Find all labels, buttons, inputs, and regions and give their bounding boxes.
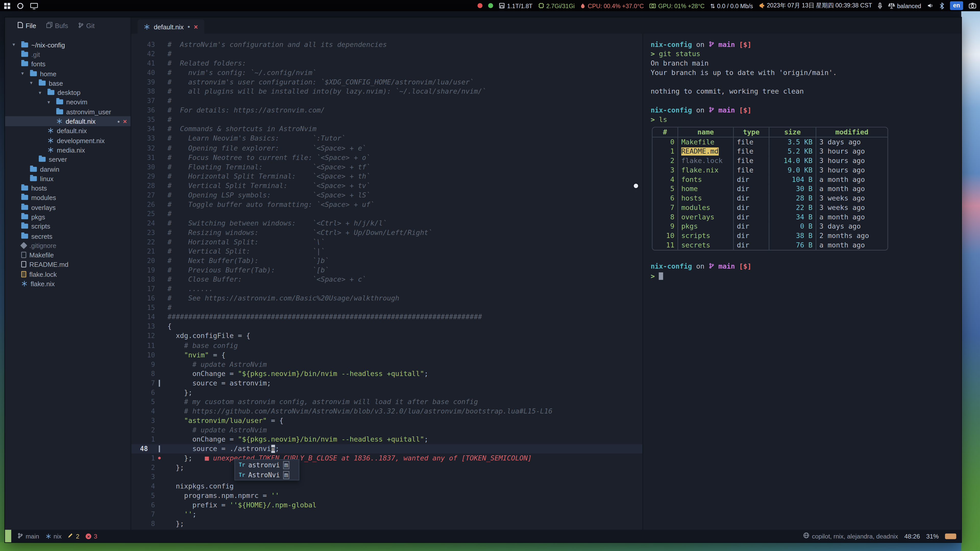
tree-item-base[interactable]: ▾base bbox=[5, 78, 130, 88]
code-line[interactable]: 37# bbox=[131, 97, 642, 106]
code-line[interactable]: 39# astronvim's user configuration: `$XD… bbox=[131, 78, 642, 87]
code-line[interactable]: 8 onChange = "${pkgs.neovim}/bin/nvim --… bbox=[131, 369, 642, 378]
code-line[interactable]: 2 # update AstroNvim bbox=[131, 426, 642, 435]
code-line[interactable]: 24# Switching between windows: `<Ctrl> +… bbox=[131, 219, 642, 228]
code-line[interactable]: 43# AstroNvim's configuration and all it… bbox=[131, 40, 642, 49]
code-line[interactable]: 38# all plugins will be installed into(b… bbox=[131, 87, 642, 97]
code-line[interactable]: 31# Focus Neotree to current file: `<Spa… bbox=[131, 153, 642, 162]
code-line[interactable]: 18# Close Buffer: `<Space> + c` bbox=[131, 275, 642, 284]
code-line[interactable]: 7 source = astronvim; bbox=[131, 378, 642, 388]
code-line[interactable]: 36# For details: https://astronvim.com/ bbox=[131, 106, 642, 115]
code-line[interactable]: 33# Learn Neovim's Basics: `:Tutor` bbox=[131, 134, 642, 143]
code-line[interactable]: 2 }; bbox=[131, 463, 642, 472]
tree-item-astronvim_user[interactable]: astronvim_user bbox=[5, 107, 130, 116]
code-line[interactable]: 42# bbox=[131, 49, 642, 59]
code-line[interactable]: 41# Related folders: bbox=[131, 59, 642, 68]
code-line[interactable]: 4 nixpkgs.config bbox=[131, 482, 642, 491]
code-line[interactable]: 20# Next Buffer(Tab): `]b` bbox=[131, 256, 642, 265]
volume-icon[interactable] bbox=[927, 3, 934, 9]
code-line[interactable]: 3 "astronvim/lua/user" = { bbox=[131, 416, 642, 426]
code-line[interactable]: 7 ''; bbox=[131, 510, 642, 519]
editor-pane[interactable]: 43# AstroNvim's configuration and all it… bbox=[131, 34, 642, 530]
code-line[interactable]: 3 bbox=[131, 472, 642, 482]
tree-item-development.nix[interactable]: development.nix bbox=[5, 135, 130, 145]
sidebar-tab-file[interactable]: File bbox=[18, 22, 36, 29]
tree-item-~nix-config[interactable]: ▾~/nix-config bbox=[5, 40, 130, 49]
code-line[interactable]: 30# Floating Terminal: `<Space> + tf` bbox=[131, 162, 642, 171]
launcher-icon[interactable] bbox=[4, 2, 11, 9]
tree-item-flake.nix[interactable]: flake.nix bbox=[5, 279, 130, 288]
tree-item-default.nix[interactable]: default.nix●× bbox=[5, 116, 130, 126]
close-icon[interactable]: × bbox=[194, 23, 198, 30]
tree-item-overlays[interactable]: overlays bbox=[5, 203, 130, 212]
code-line[interactable]: 14######################################… bbox=[131, 313, 642, 322]
code-line[interactable]: 9 # update AstroNvim bbox=[131, 360, 642, 369]
code-line[interactable]: 28# Vertical Split Terminal: `<Space> + … bbox=[131, 181, 642, 190]
code-line[interactable]: 40# nvim's config: `~/.config/nvim` bbox=[131, 68, 642, 78]
tree-item-hosts[interactable]: hosts bbox=[5, 183, 130, 193]
network-speed[interactable]: ⇅ 0.0 / 0.0 Mb/s bbox=[710, 2, 753, 9]
microphone-icon[interactable] bbox=[878, 2, 883, 9]
code-line[interactable]: 10 "nvim" = { bbox=[131, 350, 642, 360]
tree-item-flake.lock[interactable]: flake.lock bbox=[5, 269, 130, 279]
terminal-pane[interactable]: nix-config on main [$]> git statusOn bra… bbox=[643, 34, 961, 530]
tree-item-linux[interactable]: linux bbox=[5, 174, 130, 183]
code-line[interactable]: 6 }; bbox=[131, 388, 642, 397]
disk-usage[interactable]: 1.1T/1.8T bbox=[499, 2, 532, 9]
tree-item-scripts[interactable]: scripts bbox=[5, 222, 130, 231]
code-line[interactable]: 17# ...... bbox=[131, 284, 642, 294]
bluetooth-icon[interactable] bbox=[939, 2, 945, 9]
tree-item-default.nix[interactable]: default.nix bbox=[5, 126, 130, 135]
gpu-usage[interactable]: GPU: 01% +28°C bbox=[649, 2, 705, 9]
code-line[interactable]: 22# Horizontal Split: `\` bbox=[131, 238, 642, 247]
display-icon[interactable] bbox=[30, 2, 38, 9]
tree-item-darwin[interactable]: darwin bbox=[5, 164, 130, 174]
code-line[interactable]: 16# See https://astronvim.com/Basic%20Us… bbox=[131, 294, 642, 303]
sidebar-tab-bufs[interactable]: Bufs bbox=[46, 22, 68, 29]
git-branch[interactable]: main bbox=[18, 532, 39, 540]
code-line[interactable]: 4 # https://github.com/AstroNvim/AstroNv… bbox=[131, 407, 642, 416]
code-line[interactable]: 1● }; ■ unexpected TOKEN_CURLY_B_CLOSE a… bbox=[131, 454, 642, 463]
code-line[interactable]: 5 programs.npm.npmrc = '' bbox=[131, 491, 642, 501]
tree-item-.gitignore[interactable]: .gitignore bbox=[5, 241, 130, 250]
code-line[interactable]: 29# Horizontal Split Terminal: `<Space> … bbox=[131, 171, 642, 181]
tree-item-README.md[interactable]: README.md bbox=[5, 260, 130, 269]
tray-green-icon[interactable] bbox=[488, 3, 493, 8]
code-line[interactable]: 27# Opening LSP symbols: `<Space> + lS` bbox=[131, 190, 642, 200]
power-profile[interactable]: balanced bbox=[888, 2, 921, 9]
cpu-usage[interactable]: CPU: 00.4% +37.0°C bbox=[580, 2, 644, 9]
tray-red-icon[interactable] bbox=[478, 3, 483, 8]
code-line[interactable]: 8 }; bbox=[131, 519, 642, 529]
tree-item-media.nix[interactable]: media.nix bbox=[5, 145, 130, 155]
code-line[interactable]: 35# bbox=[131, 115, 642, 125]
code-line[interactable]: 15# bbox=[131, 303, 642, 313]
code-line[interactable]: 48 source = ./astronvim; bbox=[131, 444, 642, 454]
code-line[interactable]: 5 # my cusotom astronvim config, astronv… bbox=[131, 397, 642, 407]
workspace-icon[interactable] bbox=[17, 2, 24, 9]
completion-popup[interactable]: TrastronvimTrAstroNvim bbox=[234, 459, 299, 480]
tree-item-modules[interactable]: modules bbox=[5, 193, 130, 202]
tree-item-pkgs[interactable]: pkgs bbox=[5, 212, 130, 221]
tree-item-desktop[interactable]: ▾desktop bbox=[5, 88, 130, 97]
tree-item-Makefile[interactable]: Makefile bbox=[5, 250, 130, 260]
tree-item-home[interactable]: ▾home bbox=[5, 68, 130, 78]
code-line[interactable]: 23# Resizing windows: `<Ctrl> + Up/Down/… bbox=[131, 228, 642, 238]
tree-item-secrets[interactable]: secrets bbox=[5, 231, 130, 241]
code-line[interactable]: 13{ bbox=[131, 322, 642, 331]
warning-count[interactable]: 2 bbox=[68, 533, 80, 540]
code-line[interactable]: 26# Toggle buffer auto formatting: `<Spa… bbox=[131, 200, 642, 209]
tree-item-.git[interactable]: .git bbox=[5, 49, 130, 59]
error-count[interactable]: × 3 bbox=[86, 533, 97, 540]
code-line[interactable]: 19# Previous Buffer(Tab): `[b` bbox=[131, 265, 642, 275]
code-line[interactable]: 12 xdg.configFile = { bbox=[131, 331, 642, 341]
buffer-tab-default-nix[interactable]: default.nix ● × bbox=[138, 19, 204, 34]
memory-usage[interactable]: 2.7Gi/31Gi bbox=[538, 2, 575, 9]
terminal-cursor-line[interactable]: > bbox=[651, 272, 961, 281]
close-icon[interactable]: × bbox=[123, 118, 127, 125]
tree-item-neovim[interactable]: ▾neovim bbox=[5, 97, 130, 107]
keyboard-layout[interactable]: en bbox=[950, 1, 963, 10]
code-line[interactable]: 34# Commands & shortcuts in AstroNvim bbox=[131, 124, 642, 134]
completion-item[interactable]: TrAstroNvim bbox=[235, 470, 299, 480]
code-line[interactable]: 1 onChange = "${pkgs.neovim}/bin/nvim --… bbox=[131, 435, 642, 444]
screenshot-icon[interactable] bbox=[969, 3, 976, 9]
